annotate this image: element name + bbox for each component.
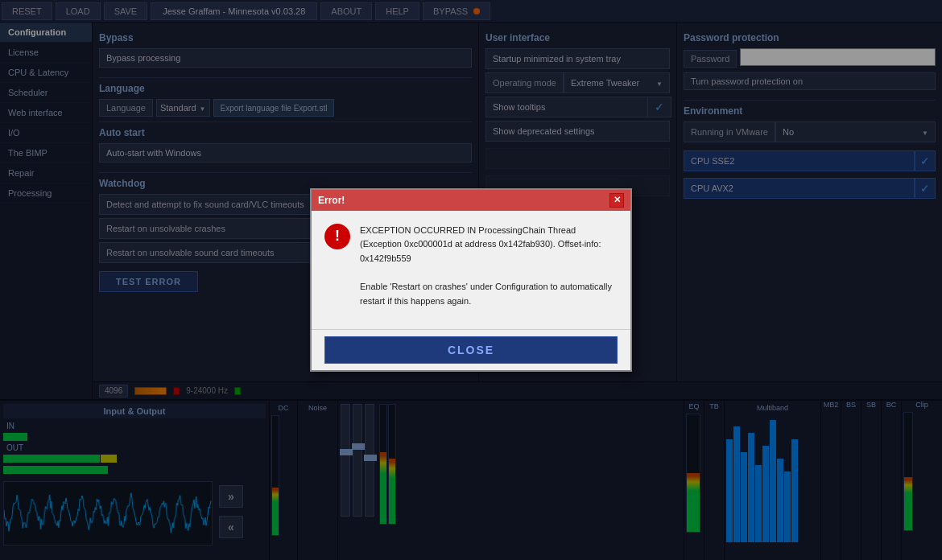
modal-overlay[interactable]: Error! ✕ ! EXCEPTION OCCURRED IN Process…	[0, 0, 942, 560]
modal-body: ! EXCEPTION OCCURRED IN ProcessingChain …	[312, 211, 630, 330]
modal-close-x-button[interactable]: ✕	[609, 193, 624, 208]
error-modal: Error! ✕ ! EXCEPTION OCCURRED IN Process…	[310, 188, 632, 373]
error-icon: !	[324, 224, 350, 249]
modal-close-button[interactable]: CLOSE	[324, 336, 618, 364]
modal-message-2: Enable 'Restart on crashes' under Config…	[360, 280, 618, 308]
modal-title-text: Error!	[318, 195, 345, 206]
modal-icon-row: ! EXCEPTION OCCURRED IN ProcessingChain …	[324, 224, 618, 309]
modal-title-bar: Error! ✕	[312, 190, 630, 211]
modal-footer: CLOSE	[312, 329, 630, 370]
modal-text: EXCEPTION OCCURRED IN ProcessingChain Th…	[360, 224, 618, 309]
modal-message-1: EXCEPTION OCCURRED IN ProcessingChain Th…	[360, 224, 618, 266]
